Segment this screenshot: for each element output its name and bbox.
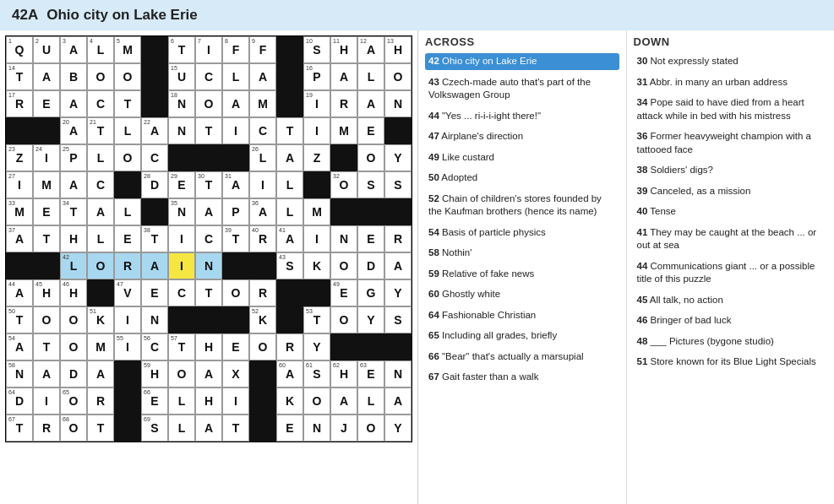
grid-cell[interactable]: O (114, 63, 141, 90)
across-clue-item[interactable]: 60 Ghostly white (425, 286, 619, 303)
grid-cell[interactable]: L (114, 117, 141, 144)
down-clue-item[interactable]: 31 Abbr. in many an urban address (634, 74, 828, 91)
grid-cell[interactable]: D (60, 360, 87, 387)
grid-cell[interactable] (33, 117, 60, 144)
grid-cell[interactable] (276, 279, 303, 306)
across-clue-item[interactable]: 58 Nothin' (425, 245, 619, 262)
grid-cell[interactable]: 35N (168, 198, 195, 225)
grid-cell[interactable] (330, 198, 357, 225)
grid-cell[interactable]: C (249, 117, 276, 144)
grid-cell[interactable]: H (60, 225, 87, 252)
grid-cell[interactable]: 47V (114, 279, 141, 306)
grid-cell[interactable]: 12A (357, 36, 384, 63)
grid-cell[interactable]: 22A (141, 117, 168, 144)
grid-cell[interactable]: M (33, 171, 60, 198)
grid-cell[interactable]: O (357, 415, 384, 442)
grid-cell[interactable]: J (330, 415, 357, 442)
down-clue-item[interactable]: 30 Not expressly stated (634, 53, 828, 70)
grid-cell[interactable]: C (195, 225, 222, 252)
grid-cell[interactable]: A (87, 198, 114, 225)
grid-cell[interactable] (357, 333, 384, 360)
down-clue-item[interactable]: 34 Pope said to have died from a heart a… (634, 95, 828, 124)
grid-cell[interactable]: 13H (384, 36, 412, 63)
grid-cell[interactable]: 49E (330, 279, 357, 306)
grid-cell[interactable]: T (114, 90, 141, 117)
across-clue-item[interactable]: 64 Fashionable Christian (425, 307, 619, 324)
grid-cell[interactable] (141, 36, 168, 63)
grid-cell[interactable]: 3A (60, 36, 87, 63)
grid-cell[interactable]: 32O (330, 171, 357, 198)
grid-cell[interactable]: O (33, 306, 60, 333)
grid-cell[interactable]: 52K (249, 306, 276, 333)
grid-cell[interactable]: A (384, 252, 412, 279)
grid-cell[interactable]: 2U (33, 36, 60, 63)
grid-cell[interactable]: 37A (6, 225, 33, 252)
grid-cell[interactable]: H (195, 387, 222, 415)
grid-cell[interactable]: E (141, 279, 168, 306)
down-clue-item[interactable]: 41 They may be caught at the beach ... o… (634, 225, 828, 254)
across-clue-item[interactable]: 66 "Bear" that's actually a marsupial (425, 349, 619, 366)
grid-cell[interactable]: A (141, 252, 168, 279)
grid-cell[interactable]: M (330, 117, 357, 144)
grid-cell[interactable]: O (222, 279, 249, 306)
grid-cell[interactable]: 62H (330, 360, 357, 387)
grid-cell[interactable]: L (357, 63, 384, 90)
grid-cell[interactable] (249, 252, 276, 279)
grid-cell[interactable]: 33M (6, 198, 33, 225)
down-clue-item[interactable]: 48 ___ Pictures (bygone studio) (634, 333, 828, 350)
grid-cell[interactable]: Y (384, 144, 412, 171)
grid-cell[interactable]: T (195, 117, 222, 144)
grid-cell[interactable]: K (303, 252, 330, 279)
grid-cell[interactable]: K (276, 387, 303, 415)
grid-cell[interactable] (384, 117, 412, 144)
grid-cell[interactable]: N (384, 360, 412, 387)
grid-cell[interactable]: 7I (195, 36, 222, 63)
grid-cell[interactable]: 69S (141, 415, 168, 442)
grid-cell[interactable]: 65O (60, 387, 87, 415)
grid-cell[interactable] (384, 198, 412, 225)
grid-cell[interactable]: 36A (249, 198, 276, 225)
grid-cell[interactable]: 61S (303, 360, 330, 387)
grid-cell[interactable]: 56C (141, 333, 168, 360)
grid-cell[interactable]: 19I (303, 90, 330, 117)
grid-cell[interactable]: 54A (6, 333, 33, 360)
grid-cell[interactable]: S (384, 306, 412, 333)
grid-cell[interactable]: N (141, 306, 168, 333)
grid-cell[interactable] (114, 360, 141, 387)
grid-cell[interactable]: 28D (141, 171, 168, 198)
grid-cell[interactable] (249, 387, 276, 415)
grid-cell[interactable]: 20A (60, 117, 87, 144)
across-clue-item[interactable]: 67 Gait faster than a walk (425, 369, 619, 386)
grid-cell[interactable]: 10S (303, 36, 330, 63)
grid-cell[interactable] (6, 117, 33, 144)
grid-cell[interactable]: O (330, 252, 357, 279)
grid-cell[interactable]: O (114, 144, 141, 171)
grid-cell[interactable]: R (114, 252, 141, 279)
grid-cell[interactable]: A (330, 387, 357, 415)
grid-cell[interactable] (222, 252, 249, 279)
across-clue-item[interactable]: 65 Including all grades, briefly (425, 328, 619, 344)
grid-cell[interactable]: 21T (87, 117, 114, 144)
grid-cell[interactable]: O (249, 333, 276, 360)
grid-cell[interactable]: T (87, 415, 114, 442)
grid-cell[interactable]: O (87, 63, 114, 90)
grid-cell[interactable] (357, 198, 384, 225)
grid-cell[interactable] (114, 171, 141, 198)
grid-cell[interactable]: 4L (87, 36, 114, 63)
grid-cell[interactable]: A (33, 63, 60, 90)
grid-cell[interactable]: N (303, 415, 330, 442)
grid-cell[interactable] (168, 306, 195, 333)
grid-cell[interactable]: A (195, 415, 222, 442)
grid-cell[interactable]: Y (384, 415, 412, 442)
grid-cell[interactable]: 63E (357, 360, 384, 387)
grid-cell[interactable]: 15U (168, 63, 195, 90)
grid-cell[interactable]: 68O (60, 415, 87, 442)
grid-cell[interactable]: E (357, 117, 384, 144)
grid-cell[interactable]: 58N (6, 360, 33, 387)
grid-cell[interactable]: 51K (87, 306, 114, 333)
grid-cell[interactable]: I (168, 252, 195, 279)
grid-cell[interactable] (6, 252, 33, 279)
down-clue-item[interactable]: 46 Bringer of bad luck (634, 312, 828, 329)
across-clue-item[interactable]: 54 Basis of particle physics (425, 225, 619, 241)
grid-cell[interactable]: R (384, 225, 412, 252)
